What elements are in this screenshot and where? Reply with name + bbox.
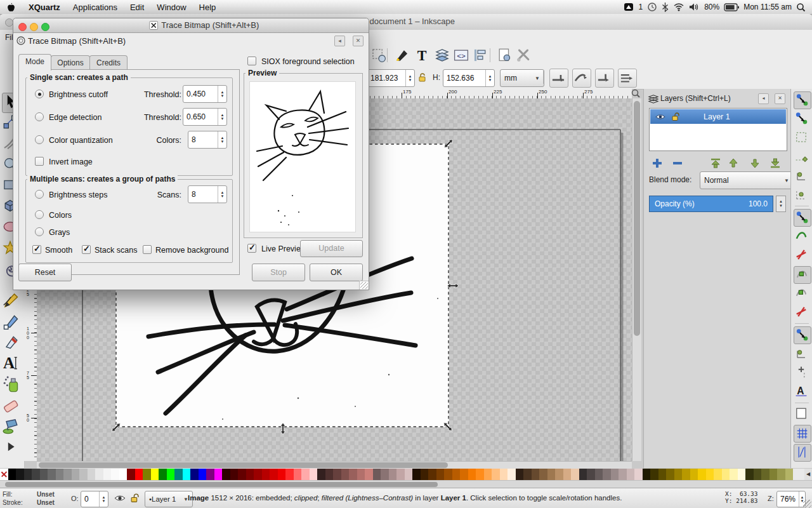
snap-master-button[interactable] (794, 91, 811, 109)
palette-swatch[interactable] (555, 469, 563, 480)
palette-swatch[interactable] (72, 469, 80, 480)
palette-swatch[interactable] (206, 469, 214, 480)
palette-swatch[interactable] (349, 469, 357, 480)
siox-checkbox[interactable] (247, 57, 256, 65)
palette-swatch[interactable] (325, 469, 334, 480)
tab-mode[interactable]: Mode (18, 54, 51, 70)
palette-swatch[interactable] (16, 469, 24, 480)
menu-applications[interactable]: Applications (67, 3, 124, 12)
doc-props-button[interactable] (496, 47, 513, 64)
palette-swatch[interactable] (32, 469, 40, 480)
layer-lock-icon[interactable] (672, 112, 679, 121)
height-spinbox[interactable]: 152.636 ▲▼ (443, 69, 495, 87)
palette-swatch[interactable] (658, 469, 667, 480)
snap-path-intersections-button[interactable] (794, 247, 810, 264)
invert-image-checkbox[interactable] (35, 157, 44, 166)
grays-radio[interactable] (35, 227, 44, 236)
palette-swatch[interactable] (151, 469, 159, 480)
stop-button[interactable]: Stop (252, 264, 305, 281)
edge-detection-radio[interactable] (35, 112, 44, 121)
palette-swatch[interactable] (285, 469, 294, 480)
snap-line-midpoints-button[interactable] (794, 304, 810, 321)
palette-swatch[interactable] (238, 469, 246, 480)
star-tool[interactable] (2, 239, 13, 258)
palette-swatch[interactable] (666, 469, 674, 480)
lock-ratio-icon[interactable] (418, 72, 427, 83)
vertical-scrollbar-thumb[interactable] (634, 101, 640, 336)
bucket-tool[interactable] (2, 417, 21, 436)
horizontal-scrollbar-thumb[interactable] (39, 462, 448, 468)
palette-swatch[interactable] (365, 469, 373, 480)
layers-button[interactable] (434, 47, 450, 64)
menu-edit[interactable]: Edit (124, 3, 150, 12)
volume-icon[interactable] (689, 3, 700, 11)
remove-layer-button[interactable] (672, 157, 687, 170)
palette-swatch[interactable] (587, 469, 595, 480)
palette-swatch[interactable] (199, 469, 207, 480)
palette-swatch[interactable] (468, 469, 476, 480)
pen-tool[interactable] (2, 312, 21, 331)
calligraphy-tool[interactable] (2, 333, 21, 352)
display-manager-icon[interactable] (624, 3, 634, 11)
palette-swatch[interactable] (357, 469, 365, 480)
transform-gradient-toggle[interactable] (595, 69, 614, 88)
palette-swatch[interactable] (230, 469, 239, 480)
menubar-clock[interactable]: Mon 11:55 am (743, 3, 792, 11)
layer-lock-status-icon[interactable] (131, 493, 139, 503)
stroke-value[interactable]: Unset (37, 499, 55, 506)
palette-swatch[interactable] (722, 469, 730, 480)
palette-swatch[interactable] (24, 469, 32, 480)
smooth-checkbox[interactable] (32, 245, 41, 254)
palette-swatch[interactable] (714, 469, 722, 480)
palette-swatch[interactable] (539, 469, 547, 480)
palette-swatch[interactable] (460, 469, 468, 480)
palette-swatch[interactable] (143, 469, 151, 480)
menu-window[interactable]: Window (150, 3, 192, 12)
add-layer-button[interactable] (652, 157, 667, 170)
ok-button[interactable]: OK (310, 264, 363, 281)
align-button[interactable] (472, 47, 488, 64)
transform-corners-toggle[interactable] (572, 69, 591, 88)
palette-swatch[interactable] (135, 469, 143, 480)
tweak-tool[interactable] (2, 135, 13, 154)
palette-swatch[interactable] (500, 469, 508, 480)
palette-swatch[interactable] (682, 469, 690, 480)
snap-smooth-nodes-button[interactable] (794, 285, 810, 302)
snap-grids-button[interactable] (794, 425, 811, 443)
palette-swatch[interactable] (270, 469, 278, 480)
panel-collapse-button[interactable]: ◂ (758, 93, 769, 104)
palette-swatch[interactable] (579, 469, 587, 480)
fill-value[interactable]: Unset (37, 491, 55, 498)
palette-swatch[interactable] (532, 469, 540, 480)
edge-threshold-value[interactable]: 0.650 (183, 112, 218, 121)
palette-swatch[interactable] (341, 469, 350, 480)
unit-combo[interactable]: mm ▼ (500, 69, 544, 87)
spotlight-icon[interactable] (796, 3, 806, 12)
wifi-icon[interactable] (673, 3, 684, 11)
palette-swatch[interactable] (373, 469, 381, 480)
doc-edit-button[interactable] (370, 47, 387, 64)
palette-swatch[interactable] (190, 469, 199, 480)
xml-button[interactable]: <> (453, 47, 469, 64)
layer-list[interactable]: Layer 1 (649, 108, 787, 151)
palette-swatch[interactable] (333, 469, 341, 480)
snap-guides-button[interactable] (794, 444, 811, 462)
layer-to-top-button[interactable] (710, 157, 725, 170)
colors-spinner[interactable]: ▲▼ (218, 131, 226, 148)
palette-swatch[interactable] (381, 469, 389, 480)
palette-swatch[interactable] (88, 469, 96, 480)
tab-credits[interactable]: Credits (89, 55, 128, 70)
layer-to-bottom-button[interactable] (769, 157, 785, 170)
palette-swatch[interactable] (452, 469, 461, 480)
palette-swatch[interactable] (214, 469, 223, 480)
snap-edge-midpoints-button[interactable] (794, 168, 810, 184)
width-value[interactable]: 181.923 (367, 74, 405, 83)
palette-swatch[interactable] (603, 469, 611, 480)
palette-swatch[interactable] (174, 469, 183, 480)
palette-swatch[interactable] (730, 469, 738, 480)
opacity-slider[interactable]: Opacity (%) 100.0 ▲▼ (649, 196, 786, 212)
colors-spinbox[interactable]: 8 ▲▼ (188, 131, 227, 149)
transform-pattern-toggle[interactable] (618, 69, 637, 88)
tab-options[interactable]: Options (51, 55, 90, 70)
palette-swatch[interactable] (428, 469, 436, 480)
